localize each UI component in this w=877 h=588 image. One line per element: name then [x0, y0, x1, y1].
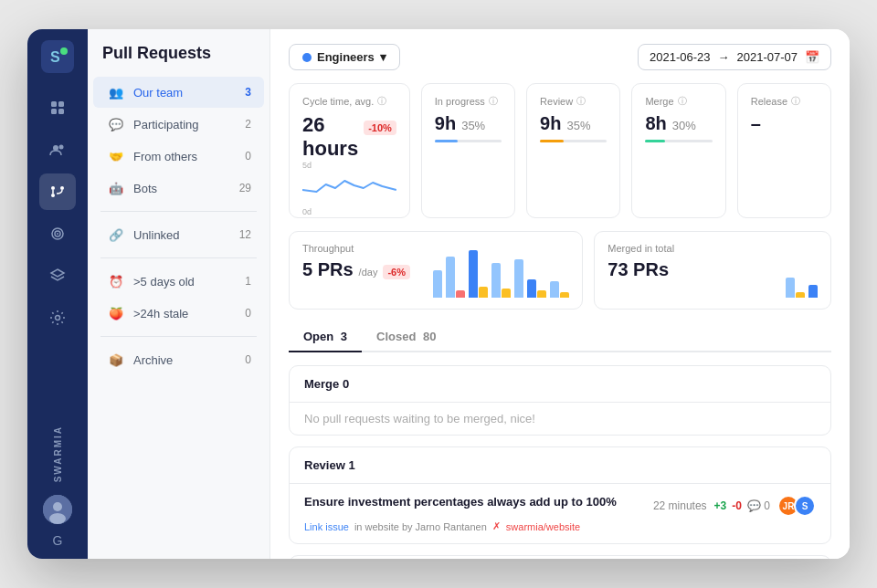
sidebar-icon-target[interactable]: [39, 215, 76, 252]
filter-label: Engineers: [317, 50, 375, 64]
svg-point-16: [53, 502, 62, 511]
our-team-icon: 👥: [106, 82, 126, 102]
link-issue-review[interactable]: Link issue: [304, 521, 349, 532]
main-content: Engineers ▾ 2021-06-23 → 2021-07-07 📅 Cy…: [270, 29, 850, 559]
sidebar-icon-people[interactable]: [39, 131, 76, 168]
pr-stat-red: -0: [732, 499, 742, 512]
bar-6: [527, 279, 536, 298]
cycle-time-value-row: 26 hours -10%: [302, 113, 396, 161]
in-progress-pct: 35%: [461, 119, 485, 132]
calendar-icon: 📅: [805, 50, 819, 64]
merge-bar: [645, 140, 712, 142]
page-title: Pull Requests: [88, 44, 269, 76]
bar-7: [550, 281, 559, 298]
merged-total-value-row: 73 PRs: [608, 259, 775, 280]
in-progress-bar: [435, 140, 502, 142]
release-info[interactable]: ⓘ: [791, 95, 800, 108]
pr-item-review-0-top: Ensure investment percentages always add…: [304, 495, 816, 517]
release-value: –: [751, 113, 761, 134]
chart-y-bottom: 0d: [302, 207, 312, 216]
sidebar-logo: S: [41, 40, 74, 73]
svg-point-14: [56, 316, 60, 320]
tab-open-count: 3: [341, 330, 347, 343]
pr-website-review: in website by Jarno Rantanen: [354, 521, 487, 532]
bar-3y: [479, 287, 488, 298]
sidebar-bottom-icon[interactable]: G: [53, 533, 63, 548]
pr-cross-icon: ✗: [492, 520, 501, 532]
sidebar-item-from-others[interactable]: 🤝 From others 0: [93, 141, 264, 172]
in-progress-value-row: 9h 35%: [435, 113, 502, 134]
bar-4: [491, 263, 501, 298]
from-others-icon: 🤝: [106, 146, 126, 166]
tab-closed[interactable]: Closed 80: [362, 322, 450, 352]
sidebar-item-unlinked[interactable]: 🔗 Unlinked 12: [93, 219, 264, 250]
review-info[interactable]: ⓘ: [576, 95, 586, 108]
tab-closed-count: 80: [423, 330, 436, 343]
date-range-picker[interactable]: 2021-06-23 → 2021-07-07 📅: [638, 44, 831, 70]
svg-point-8: [51, 186, 55, 190]
sidebar-item-our-team[interactable]: 👥 Our team 3: [93, 77, 264, 108]
pr-item-review-0-stats: +3 -0 💬 0: [714, 499, 770, 512]
sidebar-icon-grid[interactable]: [39, 89, 76, 126]
review-value-row: 9h 35%: [540, 113, 607, 134]
merge-bar-fill: [645, 140, 665, 142]
svg-point-9: [60, 186, 64, 190]
participating-label: Participating: [133, 118, 245, 131]
sidebar-icon-settings[interactable]: [39, 299, 76, 336]
pr-item-review-0: Ensure investment percentages always add…: [290, 484, 830, 543]
svg-rect-2: [51, 101, 57, 107]
pr-item-review-0-sub: Link issue in website by Jarno Rantanen …: [304, 520, 816, 532]
pr-section-in-progress-header: In progress 2: [290, 556, 830, 559]
review-bar-fill: [540, 140, 564, 142]
throughput-value-row: 5 PRs /day -6%: [302, 259, 418, 280]
unlinked-label: Unlinked: [133, 228, 239, 242]
nav-group-unlinked: 🔗 Unlinked 12: [88, 219, 269, 250]
svg-point-7: [59, 145, 64, 150]
review-pct: 35%: [566, 119, 590, 132]
sidebar-item-bots[interactable]: 🤖 Bots 29: [93, 173, 264, 204]
pr-section-merge: Merge 0 No pull requests waiting to be m…: [289, 365, 831, 436]
cycle-time-info[interactable]: ⓘ: [377, 95, 386, 108]
stat-card-release: Release ⓘ –: [737, 83, 831, 218]
stale-count: 0: [245, 307, 251, 320]
merge-info[interactable]: ⓘ: [678, 95, 687, 108]
pr-section-review-card: Review 1 Ensure investment percentages a…: [289, 446, 831, 544]
pr-section-review: Review 1 Ensure investment percentages a…: [289, 446, 831, 544]
stat-card-merge: Merge ⓘ 8h 30%: [631, 83, 725, 218]
svg-rect-4: [51, 109, 57, 114]
in-progress-info[interactable]: ⓘ: [489, 95, 498, 108]
sidebar-item-old[interactable]: ⏰ >5 days old 1: [93, 266, 264, 297]
bar-6y: [537, 290, 546, 298]
nav-group-archive: 📦 Archive 0: [88, 344, 269, 375]
pr-avatar-s: S: [794, 495, 816, 517]
nav-group-main: 👥 Our team 3 💬 Participating 2 🤝 From ot…: [88, 77, 269, 204]
left-panel: Pull Requests 👥 Our team 3 💬 Participati…: [88, 29, 270, 559]
merge-value: 8h: [645, 113, 666, 134]
bar-1: [433, 270, 442, 298]
pr-stat-comments: 💬 0: [747, 499, 770, 512]
mt-bar-1: [786, 278, 795, 298]
old-count: 1: [245, 275, 251, 288]
release-value-row: –: [751, 113, 818, 134]
merged-total-chart: [786, 243, 818, 298]
sidebar-item-participating[interactable]: 💬 Participating 2: [93, 109, 264, 140]
sidebar-item-stale[interactable]: 🍑 >24h stale 0: [93, 298, 264, 329]
sidebar-icon-layers[interactable]: [39, 257, 76, 294]
sidebar-item-archive[interactable]: 📦 Archive 0: [93, 344, 264, 375]
pr-item-review-0-age: 22 minutes: [653, 499, 707, 512]
svg-point-6: [53, 145, 58, 151]
nav-divider-2: [100, 257, 257, 258]
stat-card-review: Review ⓘ 9h 35%: [526, 83, 620, 218]
date-to: 2021-07-07: [737, 50, 798, 64]
sidebar-user-avatar[interactable]: [43, 495, 72, 524]
stale-label: >24h stale: [133, 307, 245, 320]
sidebar-icon-pr[interactable]: [39, 173, 76, 210]
cycle-time-label: Cycle time, avg. ⓘ: [302, 95, 396, 108]
bar-2r: [456, 290, 465, 298]
filter-button[interactable]: Engineers ▾: [289, 44, 400, 70]
review-label: Review ⓘ: [540, 95, 607, 108]
in-progress-bar-fill: [435, 140, 459, 142]
pr-stat-green: +3: [714, 499, 727, 512]
tab-open[interactable]: Open 3: [289, 322, 362, 352]
stats-row: Cycle time, avg. ⓘ 26 hours -10% 5d 0d: [289, 83, 831, 218]
